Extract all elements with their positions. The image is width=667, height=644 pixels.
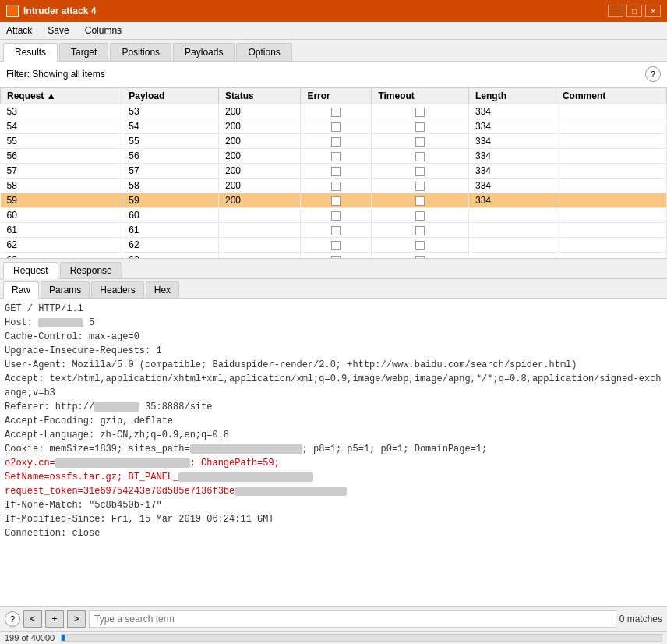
cell-request: 55: [1, 134, 122, 149]
tab-target[interactable]: Target: [59, 43, 108, 61]
checkbox[interactable]: [331, 182, 341, 191]
checkbox[interactable]: [331, 122, 341, 132]
menu-columns[interactable]: Columns: [82, 23, 125, 37]
checkbox[interactable]: [331, 226, 341, 235]
cell-status: 200: [218, 179, 300, 193]
inner-tab-hex[interactable]: Hex: [146, 281, 179, 298]
cell-error: [301, 208, 372, 223]
cell-length: 334: [468, 193, 556, 208]
minimize-button[interactable]: —: [608, 5, 623, 17]
title-bar: Intruder attack 4 — □ ✕: [0, 0, 667, 22]
inner-tab-params[interactable]: Params: [41, 281, 90, 298]
cell-request: 58: [1, 179, 122, 193]
checkbox[interactable]: [331, 108, 341, 117]
cell-comment: [556, 104, 666, 119]
search-forward-button[interactable]: >: [67, 610, 86, 628]
checkbox[interactable]: [415, 137, 425, 147]
inner-tab-raw[interactable]: Raw: [3, 281, 39, 299]
content-line: Referer: http:// 35:8888/site: [5, 400, 662, 414]
search-help-button[interactable]: ?: [5, 611, 20, 627]
checkbox[interactable]: [331, 196, 341, 206]
tab-request[interactable]: Request: [3, 262, 58, 279]
table-header-row: Request ▲ Payload Status Error Timeout L…: [1, 88, 667, 104]
progress-bar-container: [61, 634, 662, 642]
checkbox[interactable]: [415, 152, 425, 161]
table-row[interactable]: 6363: [1, 253, 667, 260]
content-line: Accept-Language: zh-CN,zh;q=0.9,en;q=0.8: [5, 428, 662, 442]
tab-options[interactable]: Options: [236, 43, 291, 61]
cell-timeout: [372, 149, 469, 164]
checkbox[interactable]: [331, 137, 341, 147]
table-row[interactable]: 6161: [1, 223, 667, 238]
table-row[interactable]: 5555200334: [1, 134, 667, 149]
checkbox[interactable]: [331, 211, 341, 221]
cell-comment: [556, 119, 666, 134]
checkbox[interactable]: [415, 211, 425, 221]
col-comment: Comment: [556, 88, 666, 104]
col-error: Error: [301, 88, 372, 104]
checkbox[interactable]: [331, 256, 341, 259]
tab-positions[interactable]: Positions: [110, 43, 171, 61]
cell-payload: 62: [122, 238, 219, 253]
request-response-tabs: Request Response: [0, 259, 667, 279]
table-row[interactable]: 6060: [1, 208, 667, 223]
checkbox[interactable]: [415, 167, 425, 176]
close-button[interactable]: ✕: [645, 5, 661, 17]
table-row[interactable]: 5757200334: [1, 164, 667, 179]
checkbox[interactable]: [415, 108, 425, 117]
table-row[interactable]: 6262: [1, 238, 667, 253]
cell-payload: 55: [122, 134, 219, 149]
search-next-button[interactable]: +: [45, 610, 64, 628]
menu-save[interactable]: Save: [44, 23, 72, 37]
checkbox[interactable]: [415, 196, 425, 206]
content-line: GET / HTTP/1.1: [5, 302, 662, 316]
table-row[interactable]: 5353200334: [1, 104, 667, 119]
table-row[interactable]: 5959200334: [1, 193, 667, 208]
search-prev-button[interactable]: <: [23, 610, 42, 628]
col-timeout: Timeout: [372, 88, 469, 104]
tab-results[interactable]: Results: [3, 43, 58, 62]
cell-request: 59: [1, 193, 122, 208]
checkbox[interactable]: [415, 122, 425, 132]
cell-comment: [556, 208, 666, 223]
menu-attack[interactable]: Attack: [3, 23, 35, 37]
help-button[interactable]: ?: [645, 66, 661, 82]
cell-length: 334: [468, 134, 556, 149]
cell-timeout: [372, 164, 469, 179]
cell-payload: 54: [122, 119, 219, 134]
table-row[interactable]: 5858200334: [1, 179, 667, 193]
cell-timeout: [372, 238, 469, 253]
cell-error: [301, 179, 372, 193]
checkbox[interactable]: [415, 256, 425, 259]
checkbox[interactable]: [415, 226, 425, 235]
search-input[interactable]: [89, 610, 616, 628]
request-content[interactable]: GET / HTTP/1.1 Host: 5 Cache-Control: ma…: [0, 299, 667, 607]
checkbox[interactable]: [415, 241, 425, 250]
inner-tab-headers[interactable]: Headers: [91, 281, 143, 298]
cell-payload: 63: [122, 253, 219, 260]
cell-payload: 58: [122, 179, 219, 193]
table-row[interactable]: 5656200334: [1, 149, 667, 164]
cell-timeout: [372, 179, 469, 193]
cell-error: [301, 223, 372, 238]
col-status: Status: [218, 88, 300, 104]
content-line: Upgrade-Insecure-Requests: 1: [5, 344, 662, 358]
main-tabs: Results Target Positions Payloads Option…: [0, 40, 667, 62]
cell-length: 334: [468, 164, 556, 179]
tab-payloads[interactable]: Payloads: [173, 43, 235, 61]
checkbox[interactable]: [331, 241, 341, 250]
checkbox[interactable]: [331, 152, 341, 161]
table-row[interactable]: 5454200334: [1, 119, 667, 134]
cell-comment: [556, 223, 666, 238]
cell-timeout: [372, 134, 469, 149]
filter-bar: Filter: Showing all items ?: [0, 62, 667, 87]
tab-response[interactable]: Response: [60, 262, 122, 278]
blurred-host: [38, 318, 83, 327]
checkbox[interactable]: [415, 182, 425, 191]
title-bar-left: Intruder attack 4: [6, 5, 96, 17]
maximize-button[interactable]: □: [626, 5, 642, 17]
checkbox[interactable]: [331, 167, 341, 176]
status-bar: 199 of 40000: [0, 631, 667, 644]
cell-length: 334: [468, 179, 556, 193]
col-length: Length: [468, 88, 556, 104]
